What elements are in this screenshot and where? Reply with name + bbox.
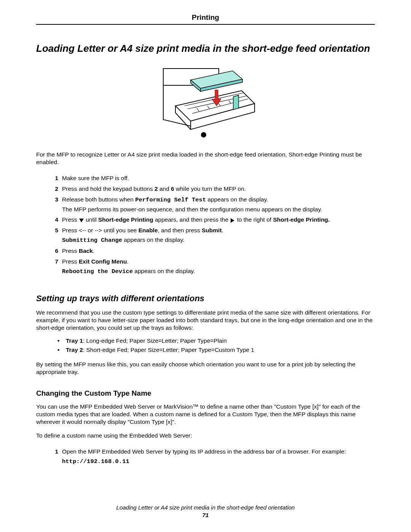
- step-number: 3: [50, 196, 58, 204]
- step-text: Press and hold the keypad buttons 2 and …: [62, 185, 375, 193]
- step-text: Press <-- or --> until you see Enable, a…: [62, 227, 375, 235]
- step-text: Release both buttons when Performing Sel…: [62, 196, 375, 204]
- step-text: Press until Short-edge Printing appears,…: [62, 216, 375, 224]
- page-header: Printing: [36, 13, 375, 25]
- step-text: Open the MFP Embedded Web Server by typi…: [62, 448, 375, 456]
- footer-caption: Loading Letter or A4 size print media in…: [36, 504, 375, 511]
- illustration-container: [36, 63, 375, 141]
- section3-para1: You can use the MFP Embedded Web Server …: [36, 403, 375, 426]
- section-heading-trays: Setting up trays with different orientat…: [36, 294, 375, 304]
- section3-para2: To define a custom name using the Embedd…: [36, 432, 375, 439]
- step-4: 4 Press until Short-edge Printing appear…: [50, 216, 375, 224]
- list-item: Tray 1: Long-edge Fed; Paper Size=Letter…: [57, 337, 375, 345]
- step-number: 2: [50, 185, 58, 193]
- svg-marker-17: [231, 218, 234, 223]
- svg-marker-13: [233, 95, 239, 110]
- step-number: 4: [50, 216, 58, 224]
- step-1: 1 Make sure the MFP is off.: [50, 174, 375, 182]
- svg-point-15: [201, 132, 206, 137]
- step-3: 3 Release both buttons when Performing S…: [50, 196, 375, 214]
- procedure-steps: 1 Make sure the MFP is off. 2 Press and …: [50, 174, 375, 278]
- svg-marker-16: [79, 219, 84, 222]
- page-footer: Loading Letter or A4 size print media in…: [36, 489, 375, 519]
- step-number: 1: [50, 174, 58, 182]
- step-text: Press Back.: [62, 247, 375, 255]
- step-number: 7: [50, 258, 58, 266]
- intro-paragraph: For the MFP to recognize Letter or A4 si…: [36, 151, 375, 166]
- section2-para2: By setting the MFP menus like this, you …: [36, 361, 375, 376]
- right-triangle-icon: [230, 217, 235, 223]
- document-page: Printing Loading Letter or A4 size print…: [0, 0, 411, 532]
- step-6: 6 Press Back.: [50, 247, 375, 255]
- step-text: Make sure the MFP is off.: [62, 174, 375, 182]
- step-text: Press Exit Config Menu.: [62, 258, 375, 266]
- step-number: 5: [50, 227, 58, 235]
- section2-para1: We recommend that you use the custom typ…: [36, 309, 375, 332]
- section-title: Printing: [36, 13, 375, 24]
- page-number: 71: [36, 511, 375, 519]
- section3-steps: 1 Open the MFP Embedded Web Server by ty…: [50, 448, 375, 468]
- list-item: Tray 2: Short-edge Fed; Paper Size=Lette…: [57, 346, 375, 354]
- tray-illustration: [154, 63, 257, 139]
- step-number: 1: [50, 448, 58, 456]
- step-5: 5 Press <-- or --> until you see Enable,…: [50, 227, 375, 244]
- down-triangle-icon: [79, 217, 84, 223]
- step-subtext: The MFP performs its power-on sequence, …: [62, 206, 375, 214]
- step-2: 2 Press and hold the keypad buttons 2 an…: [50, 185, 375, 193]
- step-number: 6: [50, 247, 58, 255]
- step-subtext: Rebooting the Device appears on the disp…: [62, 267, 375, 276]
- step-subtext: Submitting Change appears on the display…: [62, 236, 375, 244]
- step-7: 7 Press Exit Config Menu. Rebooting the …: [50, 258, 375, 276]
- header-divider: [36, 24, 375, 25]
- main-heading: Loading Letter or A4 size print media in…: [36, 42, 375, 55]
- step-code: http://192.168.0.11: [62, 457, 375, 466]
- s3-step-1: 1 Open the MFP Embedded Web Server by ty…: [50, 448, 375, 466]
- tray-bullet-list: Tray 1: Long-edge Fed; Paper Size=Letter…: [57, 337, 375, 355]
- section-heading-custom-type: Changing the Custom Type Name: [36, 389, 375, 398]
